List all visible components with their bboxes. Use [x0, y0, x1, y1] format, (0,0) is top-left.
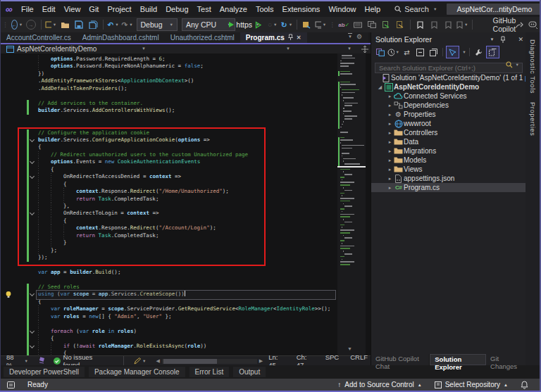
- close-icon[interactable]: ✕: [297, 34, 301, 41]
- code-cleanup-icon[interactable]: [38, 357, 45, 365]
- lightbulb-icon[interactable]: [5, 291, 13, 298]
- tree-item-controllers[interactable]: ▸Controllers: [371, 128, 526, 137]
- open-file-button[interactable]: [58, 18, 72, 32]
- collapse-arrow-icon[interactable]: ▸: [387, 167, 393, 172]
- collapse-arrow-icon[interactable]: ▸: [387, 139, 393, 145]
- collapse-arrow-icon[interactable]: ▸: [387, 158, 393, 163]
- tree-solution-node[interactable]: Solution 'AspNetCoreIdentityDemo' (1 of …: [371, 73, 526, 82]
- menu-test[interactable]: Test: [193, 4, 216, 15]
- switch-views-icon[interactable]: [374, 46, 386, 58]
- wrench-icon[interactable]: [473, 46, 485, 58]
- fold-chevron-icon[interactable]: [30, 291, 35, 296]
- menu-git[interactable]: Git: [85, 4, 103, 15]
- keyboard-icon-2[interactable]: [365, 18, 379, 32]
- tree-project-node[interactable]: ◢AspNetCoreIdentityDemo: [371, 82, 526, 91]
- menu-tools[interactable]: Tools: [251, 4, 278, 15]
- solution-search-input[interactable]: [375, 63, 523, 73]
- tree-item-dependencies[interactable]: ▸Dependencies: [371, 101, 526, 110]
- show-all-files-icon[interactable]: [486, 46, 499, 58]
- menu-help[interactable]: Help: [361, 4, 385, 15]
- side-tab-properties[interactable]: Properties: [529, 98, 537, 140]
- sync-with-active-document-icon[interactable]: ⇄: [401, 46, 413, 58]
- nav-highlight-icon-2[interactable]: [393, 18, 407, 32]
- tab-unauthorized-cshtml[interactable]: Unauthorized.cshtml: [165, 32, 240, 43]
- start-debugging-button[interactable]: https▼: [237, 18, 251, 32]
- code-area[interactable]: options.Password.RequiredLength = 6;opti…: [1, 53, 373, 355]
- pin-icon[interactable]: [500, 36, 506, 43]
- chevron-down-icon[interactable]: ▼: [286, 46, 290, 51]
- scrollbar-thumb[interactable]: [163, 359, 217, 364]
- menu-extensions[interactable]: Extensions: [278, 4, 325, 15]
- tool-tab-git-changes[interactable]: Git Changes: [486, 354, 526, 365]
- menu-edit[interactable]: Edit: [38, 4, 60, 15]
- collapse-arrow-icon[interactable]: ▸: [387, 185, 393, 191]
- panel-tab-error-list[interactable]: Error List: [189, 367, 230, 377]
- share-icon[interactable]: [512, 18, 526, 32]
- pin-icon[interactable]: [288, 34, 293, 42]
- expanded-arrow-icon[interactable]: ◢: [377, 84, 383, 90]
- save-button[interactable]: [72, 18, 86, 32]
- chevron-down-icon[interactable]: ▼: [490, 37, 495, 42]
- preview-selected-items-icon[interactable]: [446, 46, 459, 58]
- collapse-arrow-icon[interactable]: ▸: [387, 130, 393, 136]
- tool-tab-github-copilot-chat[interactable]: GitHub Copilot Chat: [371, 354, 430, 365]
- chevron-down-icon[interactable]: ▼: [461, 46, 466, 58]
- active-files-dropdown-icon[interactable]: ▼: [348, 33, 352, 40]
- collapse-all-icon[interactable]: [414, 46, 426, 58]
- ink-edit-icon[interactable]: ▼: [134, 358, 146, 365]
- title-search-control[interactable]: Search ▼: [394, 5, 437, 13]
- collapse-arrow-icon[interactable]: ▸: [387, 121, 393, 127]
- split-window-icon[interactable]: [361, 46, 368, 53]
- chevron-down-icon[interactable]: ▼: [142, 46, 146, 51]
- nav-highlight-icon-1[interactable]: [379, 18, 393, 32]
- collapse-arrow-icon[interactable]: ▸: [387, 176, 393, 182]
- tree-item-migrations[interactable]: ▸Migrations: [371, 146, 526, 156]
- tab-accountcontroller-cs[interactable]: AccountController.cs: [1, 32, 77, 43]
- browser-link-icon[interactable]: ▼: [313, 18, 328, 32]
- select-repository-button[interactable]: Select Repository▲: [428, 381, 514, 388]
- redo-button[interactable]: ↷▼: [120, 18, 135, 32]
- gear-icon[interactable]: ⚙: [356, 33, 362, 40]
- tab-admindashboard-cshtml[interactable]: AdminDashboard.cshtml: [77, 32, 165, 43]
- tool-tab-solution-explorer[interactable]: Solution Explorer: [430, 354, 486, 365]
- toolbar-grip[interactable]: ⋮: [329, 21, 335, 28]
- new-project-button[interactable]: ▼: [44, 18, 58, 32]
- breadcrumb-project[interactable]: AspNetCoreIdentityDemo: [17, 45, 97, 53]
- chevron-down-icon[interactable]: ▼: [516, 63, 519, 67]
- menu-debug[interactable]: Debug: [161, 4, 192, 15]
- search-icon[interactable]: [506, 61, 513, 68]
- next-bookmark-icon[interactable]: [441, 18, 455, 32]
- github-copilot-button[interactable]: GitHub Copilot: [494, 18, 512, 32]
- clear-bookmarks-icon[interactable]: ▼: [455, 18, 469, 32]
- collapse-arrow-icon[interactable]: ▸: [387, 112, 393, 118]
- properties-window-icon[interactable]: [428, 46, 440, 58]
- menu-build[interactable]: Build: [136, 4, 161, 15]
- close-icon[interactable]: ✕: [518, 36, 523, 43]
- profiler-icon[interactable]: ◌▼: [266, 18, 280, 32]
- minimap-scrollbar[interactable]: [337, 53, 366, 355]
- tree-item-wwwroot[interactable]: ▸wwwroot: [371, 119, 526, 128]
- code-editor[interactable]: options.Password.RequiredLength = 6;opti…: [1, 53, 373, 355]
- menu-window[interactable]: Window: [324, 4, 360, 15]
- navigate-back-button[interactable]: ←▼: [10, 18, 24, 32]
- copilot-status-icon[interactable]: [526, 18, 540, 32]
- tree-item-appsettings-json[interactable]: ▸appsettings.json: [371, 174, 526, 183]
- collapse-arrow-icon[interactable]: ▸: [387, 103, 393, 108]
- solution-explorer-header[interactable]: Solution Explorer ▼ ✕: [371, 32, 526, 45]
- background-tasks-icon[interactable]: [1, 381, 21, 388]
- scroll-down-icon[interactable]: ▼: [347, 346, 352, 351]
- prev-bookmark-icon[interactable]: [427, 18, 441, 32]
- keyboard-icon-1[interactable]: [351, 18, 365, 32]
- menu-project[interactable]: Project: [103, 4, 135, 15]
- tab-program-cs[interactable]: Program.cs✕: [240, 32, 307, 43]
- side-tab-diagnostic-tools[interactable]: Diagnostic Tools: [529, 35, 537, 98]
- navigate-forward-button[interactable]: →: [24, 18, 38, 32]
- start-without-debugging-button[interactable]: [251, 18, 266, 32]
- tree-item-data[interactable]: ▸Data: [371, 137, 526, 146]
- toolbar-grip[interactable]: ⋮: [2, 21, 8, 28]
- panel-tab-developer-powershell[interactable]: Developer PowerShell: [4, 367, 85, 377]
- spell-check-icon[interactable]: ab✓: [337, 18, 351, 32]
- tree-item-views[interactable]: ▸Views: [371, 165, 526, 174]
- panel-tab-output[interactable]: Output: [233, 367, 266, 377]
- save-all-button[interactable]: [86, 18, 100, 32]
